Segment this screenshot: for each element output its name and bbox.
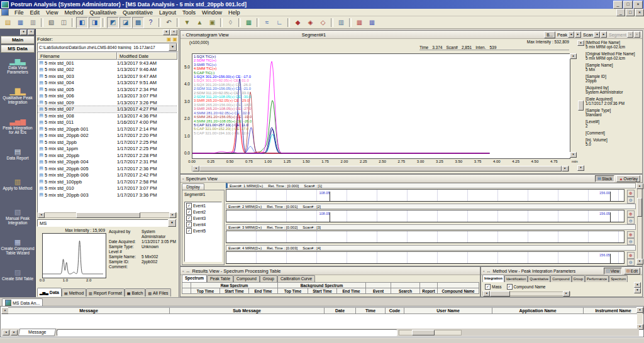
event-row[interactable]: ✓ Event4 [185,221,221,227]
toolbar-button[interactable]: ◩ [107,17,119,28]
toolbar-button[interactable]: ▤ [2,17,14,28]
sidebar-item[interactable]: ▧ Manual Peak Integration [0,207,35,237]
explorer-tab[interactable]: ▦ Batch [125,288,146,297]
method-tab[interactable]: Group [572,275,586,282]
checkbox-checked-icon[interactable]: ✓ [186,228,192,234]
menu-item[interactable]: Tools [179,9,199,16]
peak-prev-icon[interactable]: ◄ [568,31,574,38]
toolbar-button[interactable]: ◇ [317,17,329,28]
spectrum-plot[interactable] [226,231,625,243]
menu-item[interactable]: Edit [27,9,43,16]
toolbar-button[interactable] [331,18,333,27]
message-tab[interactable]: Message [18,329,57,336]
message-column-header[interactable]: Application Name [492,307,584,314]
toolbar-button[interactable]: ▼ [181,17,193,28]
toolbar-button[interactable] [103,18,105,27]
file-row[interactable]: ▤ 5 mix std_20ppb 003 1/17/2017 3:36 PM [38,192,177,199]
column-header-modified[interactable]: Modified Date [117,52,177,60]
menu-item[interactable]: Layout [156,9,179,16]
toolbar-button[interactable]: ▥ [27,17,39,28]
menu-item[interactable]: Qualitative [86,9,119,16]
file-row[interactable]: ▤ 5 mix std_006 1/13/2017 3:07 PM [38,93,177,100]
file-row[interactable]: ▤ 5 mix std_002 1/13/2017 9:46 AM [38,67,177,74]
b-button[interactable]: B... [544,31,555,38]
message-column-header[interactable]: Code [386,307,404,314]
checkbox-checked-icon[interactable]: ✓ [507,284,513,290]
menu-item[interactable]: Method [61,9,86,16]
mdi-close-button[interactable]: × [635,9,644,16]
explorer-close-icon[interactable]: × [170,30,177,35]
chromatogram-plot[interactable]: 1:SQX TIC(+)2:SDM TIC(+)3:SMR TIC(+)4:SM… [192,53,570,159]
spectrum-plot[interactable]: 156.05 [226,251,625,264]
explorer-tab[interactable]: ▤ Method [62,288,86,297]
scroll-up-icon[interactable]: ▲ [570,53,577,59]
toolbar-button[interactable] [158,18,161,27]
results-tab[interactable]: Peak Table [207,275,233,282]
toolbar-button[interactable]: ▦ [243,17,255,28]
chevron-down-icon[interactable]: ▼ [169,43,177,51]
file-row[interactable]: ▤ 5 mix std_20ppb 006 1/17/2017 2:42 PM [38,172,177,179]
toolbar-button[interactable]: ? [145,17,157,28]
message-column-header[interactable]: Sub Message [170,307,325,314]
toolbar-button[interactable]: ◆ [292,17,304,28]
assistant-minimize-icon[interactable]: ▾ [20,30,27,35]
toolbar-button[interactable] [177,18,179,27]
checkbox-checked-icon[interactable]: ✓ [186,222,192,227]
spin-up-icon[interactable]: ▲ [634,282,641,288]
toolbar-button[interactable]: ▩ [132,17,144,28]
file-row[interactable]: ▤ 5 mix std_008 1/13/2017 4:36 PM [38,112,177,119]
overlay-button[interactable]: ▲Overlay [616,175,640,182]
preview-type-combobox[interactable]: MS ▼ [37,219,177,227]
toolbar-button[interactable]: ◊ [225,17,236,28]
spectrum-plot[interactable]: 108.05 156.05 [226,210,625,222]
toolbar-button[interactable]: ▦ [14,17,26,28]
toolbar-button[interactable] [41,18,43,27]
toolbar-button[interactable]: ▦ [366,17,378,28]
scroll-down-icon[interactable]: ▼ [570,152,577,158]
segment-prev-icon[interactable]: ◄ [627,31,633,38]
file-row[interactable]: ▤ 5 mix std_2ppb 1/17/2017 2:25 PM [38,139,177,146]
scroll-left-icon[interactable]: ◄ [38,212,45,218]
toolbar-button[interactable]: ▣ [206,17,218,28]
spectrum-vscrollbar[interactable]: ▲ ▼ [637,183,642,265]
folder-path-combobox[interactable]: C:\LabSolutions\Data\Sun zhe\LCMS-8040 t… [37,43,177,52]
zoom-in-icon[interactable]: ⊕ [627,210,635,217]
event-row[interactable]: ✓ Event3 [185,215,221,221]
spectrum-plot[interactable]: 108.05 156.00 [226,189,625,202]
sidebar-item[interactable]: ▨ Create SIM Table [0,268,35,298]
toolbar-button[interactable] [349,18,352,27]
message-column-header[interactable]: Date [325,307,356,314]
close-button[interactable]: × [633,1,643,9]
file-row[interactable]: ▤ 5 mix std_005 1/13/2017 2:34 PM [38,86,177,93]
sidebar-item[interactable]: ▤ Data Report [0,147,35,177]
panel-pin-icon[interactable]: ▫ [483,269,484,273]
explorer-tab[interactable]: ▂▅▃ Data [37,288,62,297]
mdi-restore-button[interactable]: □ [626,9,635,16]
toolbar-button[interactable]: ◈ [304,17,316,28]
toolbar-button[interactable]: ▧ [45,17,57,28]
file-row[interactable]: ▤ 5 mix std_004 1/13/2017 9:51 AM [38,80,177,87]
view-button[interactable]: ◫View [604,268,622,275]
scroll-right-icon[interactable]: ► [562,166,569,172]
toolbar-button[interactable]: ∟ [274,17,286,28]
file-row[interactable]: ▤ 5 mix std_20ppb 002 1/17/2017 2:20 PM [38,133,177,139]
zoom-in-icon[interactable]: ⊕ [627,252,635,259]
scroll-up-icon[interactable]: ▲ [636,183,643,189]
method-tab[interactable]: Quantitative [528,275,550,282]
file-row[interactable]: ▤ 5 mix std_20ppb 1/17/2017 2:28 PM [38,152,177,159]
results-tab[interactable]: Compound [233,275,260,282]
chromatogram-vscroll[interactable]: ▲ ▼ [570,53,576,158]
menu-item[interactable]: Help [225,9,243,16]
event-row[interactable]: ✓ Event5 [185,227,221,234]
toolbar-button[interactable] [72,18,74,27]
file-row[interactable]: ▤ 5 mix std_001 1/13/2017 9:43 AM [38,60,177,67]
scroll-right-icon[interactable]: ► [169,212,176,218]
sidebar-item[interactable]: ▦ Create Compound Table Wizard [0,237,35,268]
toolbar-button[interactable] [238,18,241,27]
menu-item[interactable]: View [43,9,61,16]
stack-button[interactable]: ▤Stack [595,175,614,182]
toolbar-button[interactable]: ◧ [76,17,88,28]
file-row[interactable]: ▤ 5 mix std_100ppb 1/17/2017 2:58 PM [38,178,177,185]
method-tab[interactable]: Compound [550,275,571,282]
scroll-up-icon[interactable]: ▲ [636,307,643,313]
